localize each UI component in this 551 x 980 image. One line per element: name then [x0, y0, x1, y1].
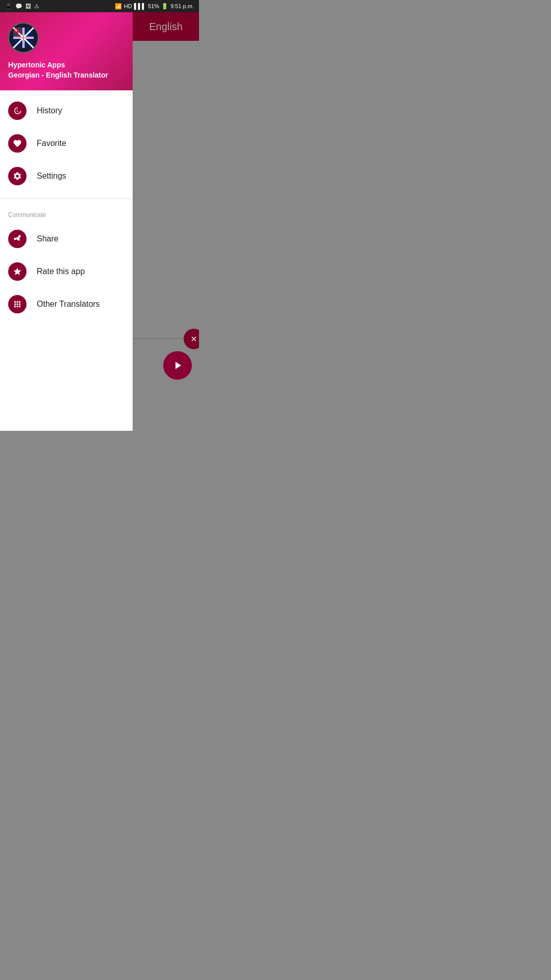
rate-icon-circle: [8, 262, 27, 281]
app-title: Hypertonic Apps Georgian - English Trans…: [8, 60, 124, 80]
drawer-header: Hypertonic Apps Georgian - English Trans…: [0, 12, 133, 90]
menu-divider: [0, 199, 133, 199]
whatsapp-icon: 📱: [5, 3, 12, 10]
share-icon-circle: [8, 230, 27, 248]
history-label: History: [37, 106, 62, 115]
share-label: Share: [37, 234, 59, 243]
menu-item-favorite[interactable]: Favorite: [0, 127, 133, 160]
status-bar: 📱 💬 🖼 ⚠ 📶 HD ▌▌▌ 51% 🔋 9:51 p.m.: [0, 0, 199, 12]
battery-icon: 🔋: [161, 3, 168, 10]
warning-icon: ⚠: [34, 3, 39, 10]
settings-label: Settings: [37, 172, 66, 181]
favorite-icon-circle: [8, 134, 27, 153]
message-icon: 💬: [15, 3, 22, 10]
drawer-menu: History Favorite: [0, 90, 133, 431]
history-icon-circle: [8, 102, 27, 120]
hd-badge: HD: [124, 3, 132, 9]
play-button[interactable]: [163, 351, 192, 380]
other-translators-label: Other Translators: [37, 300, 100, 309]
status-left-icons: 📱 💬 🖼 ⚠: [5, 3, 39, 10]
menu-item-share[interactable]: Share: [0, 223, 133, 255]
menu-item-settings[interactable]: Settings: [0, 160, 133, 192]
signal-icon: ▌▌▌: [134, 3, 146, 9]
wifi-icon: 📶: [115, 3, 122, 10]
main-layout: Hypertonic Apps Georgian - English Trans…: [0, 12, 199, 431]
favorite-label: Favorite: [37, 139, 66, 148]
menu-item-other-translators[interactable]: Other Translators: [0, 288, 133, 321]
grid-icon-circle: [8, 295, 27, 313]
drawer: Hypertonic Apps Georgian - English Trans…: [0, 12, 133, 431]
svg-rect-7: [23, 28, 24, 48]
app-logo: [8, 22, 39, 53]
communicate-section: Communicate Share Rate th: [0, 201, 133, 325]
status-right-icons: 📶 HD ▌▌▌ 51% 🔋 9:51 p.m.: [115, 3, 194, 10]
main-menu-section: History Favorite: [0, 90, 133, 197]
english-language-label: English: [149, 21, 183, 33]
settings-icon-circle: [8, 167, 27, 185]
svg-rect-12: [14, 30, 16, 31]
image-icon: 🖼: [26, 3, 31, 9]
close-button[interactable]: [184, 329, 199, 349]
rate-label: Rate this app: [37, 267, 85, 276]
svg-rect-10: [13, 31, 22, 33]
main-content: English: [133, 12, 199, 431]
time: 9:51 p.m.: [170, 3, 194, 9]
menu-item-rate[interactable]: Rate this app: [0, 255, 133, 288]
battery-percent: 51%: [148, 3, 159, 9]
communicate-label: Communicate: [0, 205, 133, 223]
main-body: [133, 41, 199, 431]
main-top-bar: English: [133, 12, 199, 41]
menu-item-history[interactable]: History: [0, 94, 133, 127]
